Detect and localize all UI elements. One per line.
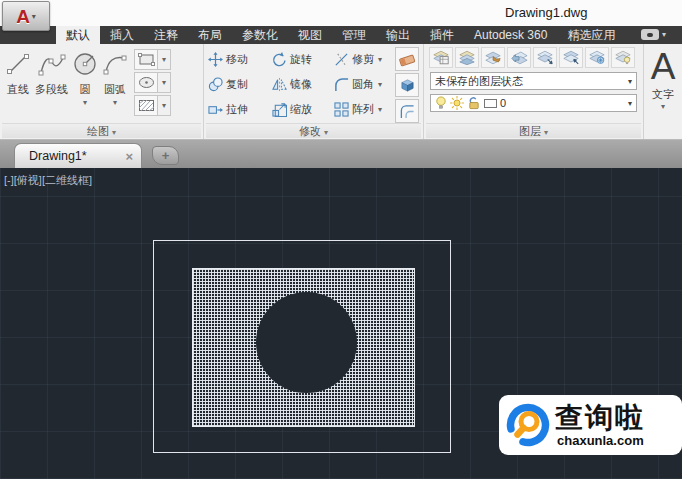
- ribbon-tab-bar: 默认 插入 注释 布局 参数化 视图 管理 输出 插件 Autodesk 360…: [0, 26, 682, 44]
- panel-modify: 移动 旋转 修剪 ▾ 复制 镜像 圆角 ▾: [204, 44, 424, 139]
- offset-icon: [399, 104, 415, 119]
- rectangle-button[interactable]: [134, 49, 158, 70]
- color-swatch: [484, 99, 497, 108]
- tab-layout[interactable]: 布局: [188, 26, 232, 44]
- layer-current-button[interactable]: [481, 47, 505, 68]
- line-button[interactable]: 直线: [3, 47, 33, 116]
- layer-dropdown[interactable]: 0 ▾: [430, 94, 637, 112]
- layer-off-icon: [614, 50, 632, 65]
- file-tab-drawing1[interactable]: Drawing1* ×: [14, 143, 142, 168]
- text-button-label: 文字: [644, 87, 682, 102]
- text-button[interactable]: A: [644, 47, 682, 87]
- tab-default[interactable]: 默认: [56, 26, 100, 44]
- chevron-down-icon: ▾: [644, 102, 682, 111]
- current-layer-name: 0: [500, 97, 625, 109]
- rectangle-dropdown[interactable]: ▾: [158, 49, 171, 70]
- app-menu-button[interactable]: A ▾: [2, 1, 50, 31]
- layer-properties-button[interactable]: [429, 47, 453, 68]
- arc-button[interactable]: 圆弧 ▾: [100, 47, 130, 116]
- ellipse-button[interactable]: [134, 72, 158, 93]
- close-icon[interactable]: ×: [125, 149, 133, 164]
- chevron-down-icon: ▾: [628, 77, 632, 86]
- chevron-down-icon: ▾: [324, 128, 328, 137]
- stretch-button[interactable]: 拉伸: [208, 97, 272, 122]
- move-icon: [208, 52, 223, 67]
- file-tab-label: Drawing1*: [29, 149, 125, 163]
- drawn-hatch-rectangle[interactable]: [192, 268, 415, 427]
- autocad-logo-icon: A: [16, 7, 30, 26]
- tab-manage[interactable]: 管理: [332, 26, 376, 44]
- layer-state-value: 未保存的图层状态: [435, 74, 628, 89]
- tab-annotate[interactable]: 注释: [144, 26, 188, 44]
- layer-state-dropdown[interactable]: 未保存的图层状态 ▾: [430, 72, 637, 90]
- drawn-circle-hole[interactable]: [256, 292, 357, 393]
- layer-unisolate-icon: [562, 50, 580, 65]
- chevron-down-icon: ▾: [662, 30, 666, 39]
- layer-isolate-button[interactable]: [533, 47, 557, 68]
- drawing-viewport[interactable]: [-][俯视][二维线框] 查询啦 chaxunla.com: [0, 168, 682, 479]
- circle-icon: [72, 48, 98, 80]
- array-icon: [334, 102, 349, 117]
- layer-freeze-button[interactable]: [585, 47, 609, 68]
- mirror-icon: [272, 77, 287, 92]
- trim-icon: [334, 52, 349, 67]
- mirror-button[interactable]: 镜像: [272, 72, 334, 97]
- line-icon: [5, 48, 31, 80]
- ellipse-dropdown[interactable]: ▾: [158, 72, 171, 93]
- sun-icon: [450, 96, 464, 110]
- rotate-button[interactable]: 旋转: [272, 47, 334, 72]
- explode-icon: [399, 77, 416, 93]
- tab-output[interactable]: 输出: [376, 26, 420, 44]
- hatch-icon: [138, 99, 155, 112]
- chevron-down-icon: ▾: [32, 12, 36, 21]
- move-button[interactable]: 移动: [208, 47, 272, 72]
- offset-button[interactable]: [395, 99, 419, 123]
- layer-previous-button[interactable]: [507, 47, 531, 68]
- tab-parametric[interactable]: 参数化: [232, 26, 288, 44]
- chevron-down-icon: ▾: [544, 128, 548, 137]
- chevron-down-icon: ▾: [628, 99, 632, 108]
- stretch-icon: [208, 102, 223, 117]
- hatch-dropdown[interactable]: ▾: [158, 95, 171, 116]
- layer-isolate-icon: [536, 50, 554, 65]
- ribbon-display-toggle[interactable]: ▾: [641, 29, 666, 40]
- viewport-controls[interactable]: [-][俯视][二维线框]: [4, 173, 92, 188]
- camera-icon: [641, 29, 659, 40]
- fillet-button[interactable]: 圆角 ▾: [334, 72, 400, 97]
- tab-autodesk360[interactable]: Autodesk 360: [464, 26, 557, 44]
- hatch-button[interactable]: [134, 95, 158, 116]
- magnifier-logo-icon: [502, 399, 554, 451]
- arc-icon: [102, 48, 128, 80]
- layer-off-button[interactable]: [611, 47, 635, 68]
- explode-button[interactable]: [395, 73, 419, 97]
- tab-view[interactable]: 视图: [288, 26, 332, 44]
- polyline-icon: [37, 48, 67, 80]
- watermark-badge: 查询啦 chaxunla.com: [499, 395, 682, 455]
- panel-title-modify[interactable]: 修改▾: [206, 123, 421, 138]
- new-tab-button[interactable]: +: [152, 146, 179, 165]
- rectangle-icon: [138, 53, 155, 66]
- watermark-domain: chaxunla.com: [555, 434, 645, 447]
- watermark-name: 查询啦: [555, 403, 645, 433]
- circle-button[interactable]: 圆 ▾: [70, 47, 100, 116]
- copy-button[interactable]: 复制: [208, 72, 272, 97]
- tab-plugins[interactable]: 插件: [420, 26, 464, 44]
- tab-featured-apps[interactable]: 精选应用: [557, 26, 625, 44]
- layer-previous-icon: [510, 50, 528, 65]
- layer-match-button[interactable]: [455, 47, 479, 68]
- array-button[interactable]: 阵列 ▾: [334, 97, 400, 122]
- layer-unisolate-button[interactable]: [559, 47, 583, 68]
- tab-insert[interactable]: 插入: [100, 26, 144, 44]
- polyline-button[interactable]: 多段线: [33, 47, 70, 116]
- panel-annotation: A 文字 ▾: [644, 44, 682, 139]
- erase-button[interactable]: [395, 47, 419, 71]
- panel-title-layers[interactable]: 图层▾: [426, 123, 641, 138]
- panel-title-draw[interactable]: 绘图▾: [2, 123, 201, 138]
- layer-current-icon: [484, 50, 502, 65]
- panel-layers: 未保存的图层状态 ▾ 0 ▾ 图层▾: [424, 44, 644, 139]
- trim-button[interactable]: 修剪 ▾: [334, 47, 400, 72]
- scale-icon: [272, 102, 287, 117]
- scale-button[interactable]: 缩放: [272, 97, 334, 122]
- unlock-icon: [467, 96, 481, 110]
- copy-icon: [208, 77, 223, 92]
